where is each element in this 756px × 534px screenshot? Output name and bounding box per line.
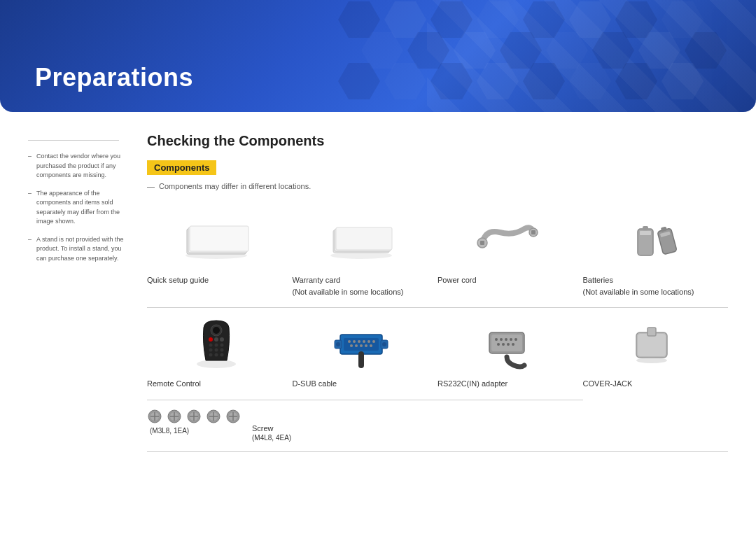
screw-icon-4 xyxy=(206,409,221,424)
screw-icon-5 xyxy=(225,409,241,424)
svg-point-45 xyxy=(370,344,372,347)
svg-rect-63 xyxy=(648,328,656,336)
cover-jack-img xyxy=(583,315,722,371)
main-content: Contact the vendor where you purchased t… xyxy=(0,126,756,452)
screw-icon-1 xyxy=(147,409,162,424)
sidebar-divider xyxy=(28,140,119,141)
power-cord-label: Power cord xyxy=(438,274,576,286)
svg-point-23 xyxy=(220,337,224,342)
screw-labels: Screw (M4L8, 4EA) xyxy=(252,409,291,442)
svg-point-35 xyxy=(348,340,351,343)
cover-jack-label: COVER-JACK xyxy=(583,378,722,390)
component-power-cord: Power cord xyxy=(438,204,583,308)
warranty-img xyxy=(293,211,431,267)
components-badge: Components xyxy=(147,160,216,175)
component-warranty: Warranty card (Not available in some loc… xyxy=(293,204,438,308)
power-cord-img xyxy=(438,211,576,267)
svg-point-39 xyxy=(368,340,370,343)
svg-point-25 xyxy=(214,344,218,347)
component-dsub: D-SUB cable xyxy=(293,308,438,400)
screw-spec-1: (M3L8, 1EA) xyxy=(150,427,241,435)
svg-rect-7 xyxy=(336,227,392,250)
screw-row: (M3L8, 1EA) Screw (M4L8, 4EA) xyxy=(147,400,728,452)
component-remote: Remote Control xyxy=(147,308,293,400)
section-title: Checking the Components xyxy=(147,133,728,149)
svg-rect-51 xyxy=(491,335,522,351)
content-area: Checking the Components Components Compo… xyxy=(140,126,756,452)
svg-rect-3 xyxy=(190,226,248,251)
sidebar-note-2: The appearance of the components and ite… xyxy=(28,189,126,227)
dsub-label: D-SUB cable xyxy=(293,378,431,390)
svg-point-49 xyxy=(382,342,386,346)
svg-point-22 xyxy=(214,337,218,342)
svg-point-24 xyxy=(209,344,212,347)
screw-icons: (M3L8, 1EA) xyxy=(147,409,241,435)
batteries-img xyxy=(583,211,722,267)
svg-point-47 xyxy=(336,342,340,346)
svg-point-52 xyxy=(495,338,498,341)
warranty-label: Warranty card (Not available in some loc… xyxy=(293,274,431,297)
components-grid: Quick setup guide Warranty card (Not ava… xyxy=(147,204,728,400)
svg-point-58 xyxy=(502,343,505,346)
svg-point-28 xyxy=(214,349,218,352)
svg-point-31 xyxy=(214,353,218,357)
screw-icon-3 xyxy=(186,409,202,424)
remote-img xyxy=(147,315,286,371)
sidebar-note-1: Contact the vendor where you purchased t… xyxy=(28,152,126,181)
component-rs232c: RS232C(IN) adapter xyxy=(438,308,583,400)
sidebar: Contact the vendor where you purchased t… xyxy=(0,126,140,452)
svg-rect-11 xyxy=(531,230,536,234)
svg-point-32 xyxy=(220,353,223,357)
remote-label: Remote Control xyxy=(147,378,286,390)
svg-point-54 xyxy=(505,338,507,341)
svg-rect-13 xyxy=(643,226,648,230)
svg-point-36 xyxy=(353,340,356,343)
svg-point-56 xyxy=(514,338,517,341)
screw-spec-2: (M4L8, 4EA) xyxy=(252,434,291,442)
screw-icon-2 xyxy=(167,409,182,424)
components-note: Components may differ in different locat… xyxy=(147,182,728,190)
svg-point-37 xyxy=(358,340,360,343)
component-quick-setup: Quick setup guide xyxy=(147,204,293,308)
component-batteries: Batteries (Not available in some locatio… xyxy=(583,204,729,308)
svg-point-20 xyxy=(213,327,220,334)
header-banner: Preparations xyxy=(0,0,756,112)
svg-point-38 xyxy=(363,340,365,343)
svg-point-64 xyxy=(636,358,667,363)
svg-rect-62 xyxy=(638,334,666,356)
svg-point-59 xyxy=(507,343,510,346)
component-cover-jack: COVER-JACK xyxy=(583,308,729,400)
quick-setup-label: Quick setup guide xyxy=(147,274,286,286)
rs232c-label: RS232C(IN) adapter xyxy=(438,378,576,390)
page-title: Preparations xyxy=(35,63,193,92)
quick-setup-img xyxy=(147,211,286,267)
svg-point-21 xyxy=(209,337,213,342)
svg-point-30 xyxy=(209,353,212,357)
hex-pattern xyxy=(336,0,756,112)
svg-point-55 xyxy=(510,338,512,341)
svg-point-57 xyxy=(497,343,500,346)
svg-point-42 xyxy=(355,344,358,347)
svg-point-29 xyxy=(220,349,223,352)
svg-rect-14 xyxy=(640,231,651,235)
svg-point-40 xyxy=(372,340,375,343)
svg-point-44 xyxy=(365,344,368,347)
rs232c-img xyxy=(438,315,576,371)
sidebar-note-3: A stand is not provided with the product… xyxy=(28,235,126,264)
svg-rect-9 xyxy=(480,241,484,245)
svg-point-18 xyxy=(197,360,236,368)
screw-label: Screw xyxy=(252,424,291,433)
svg-point-27 xyxy=(209,349,212,352)
dsub-img xyxy=(293,315,431,371)
svg-point-41 xyxy=(350,344,353,347)
svg-point-60 xyxy=(512,343,514,346)
batteries-label: Batteries (Not available in some locatio… xyxy=(583,274,722,297)
svg-point-26 xyxy=(220,344,223,347)
svg-point-43 xyxy=(360,344,363,347)
svg-point-53 xyxy=(500,338,503,341)
